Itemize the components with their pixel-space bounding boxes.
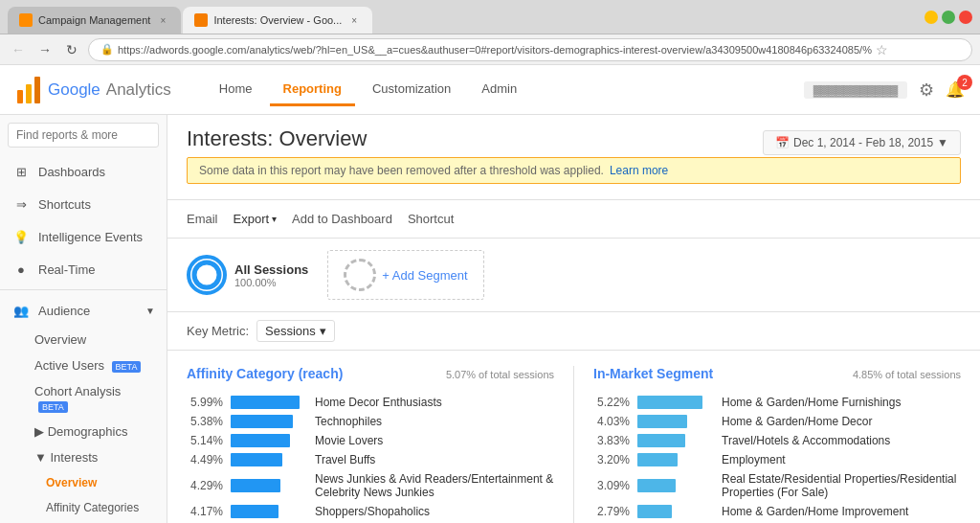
svg-rect-0 <box>17 90 23 103</box>
tab-label-campaign: Campaign Management <box>38 14 150 26</box>
minimize-button[interactable] <box>924 11 938 24</box>
settings-icon[interactable]: ⚙ <box>919 80 934 101</box>
svg-point-3 <box>194 262 219 287</box>
affinity-chart-row: 4.17% Shoppers/Shopaholics <box>187 505 554 518</box>
sidebar-label-intelligence: Intelligence Events <box>38 230 143 244</box>
tab-analytics[interactable]: Interests: Overview - Goo... × <box>183 7 372 34</box>
sidebar-item-affinity[interactable]: Affinity Categories <box>0 495 167 520</box>
affinity-bar <box>231 434 290 447</box>
realtime-icon: ● <box>11 260 31 279</box>
key-metric-bar: Key Metric: Sessions ▾ <box>167 312 980 351</box>
affinity-chart-row: 5.99% Home Decor Enthusiasts <box>187 396 554 409</box>
inmarket-bar <box>637 479 676 492</box>
in-market-chart-title: In-Market Segment <box>593 366 713 381</box>
affinity-chart-section: Affinity Category (reach) 5.07% of total… <box>187 366 554 523</box>
affinity-pct: 4.29% <box>187 479 223 492</box>
affinity-chart-rows: 5.99% Home Decor Enthusiasts 5.38% Techn… <box>187 396 554 523</box>
close-button[interactable] <box>959 11 972 24</box>
affinity-pct: 4.49% <box>187 453 223 466</box>
sidebar-item-overview[interactable]: Overview <box>0 327 167 352</box>
maximize-button[interactable] <box>942 11 955 24</box>
sidebar-item-dashboards[interactable]: ⊞ Dashboards <box>0 155 167 188</box>
audience-icon: 👥 <box>11 301 31 320</box>
in-market-chart-row: 5.22% Home & Garden/Home Furnishings <box>593 396 961 409</box>
sidebar-item-cohort[interactable]: Cohort Analysis BETA <box>0 378 167 419</box>
tab-close-campaign[interactable]: × <box>156 13 169 27</box>
bookmark-icon[interactable]: ☆ <box>876 42 888 57</box>
warning-learn-more[interactable]: Learn more <box>610 164 668 177</box>
inmarket-pct: 3.09% <box>593 479 630 492</box>
in-market-chart-rows: 5.22% Home & Garden/Home Furnishings 4.0… <box>593 396 961 523</box>
affinity-chart-title: Affinity Category (reach) <box>187 366 343 381</box>
back-button[interactable]: ← <box>8 39 29 60</box>
nav-customization[interactable]: Customization <box>359 74 464 106</box>
affinity-pct: 4.17% <box>187 505 223 518</box>
affinity-bar-container <box>231 396 307 409</box>
ssl-icon: 🔒 <box>100 43 114 56</box>
inmarket-pct: 4.03% <box>593 415 630 428</box>
key-metric-value: Sessions <box>265 324 316 338</box>
sidebar-item-active-users[interactable]: Active Users BETA <box>0 352 167 378</box>
notification-area[interactable]: 🔔 2 <box>946 80 965 99</box>
sidebar-item-shortcuts[interactable]: ⇒ Shortcuts <box>0 188 167 220</box>
browser-tabs: Campaign Management × Interests: Overvie… <box>8 0 372 34</box>
key-metric-select[interactable]: Sessions ▾ <box>256 320 335 342</box>
dashboards-icon: ⊞ <box>11 162 31 181</box>
sidebar-item-interests-overview[interactable]: Overview <box>0 470 167 495</box>
sidebar-label-demographics: ▶ <box>34 424 48 439</box>
affinity-bar-container <box>231 434 307 447</box>
key-metric-label: Key Metric: <box>187 324 249 338</box>
shortcut-button[interactable]: Shortcut <box>408 208 454 230</box>
ga-nav: Home Reporting Customization Admin <box>206 74 530 106</box>
nav-home[interactable]: Home <box>206 74 266 106</box>
affinity-pct: 5.38% <box>187 415 223 428</box>
inmarket-bar <box>637 396 702 409</box>
affinity-bar <box>231 505 278 518</box>
ga-logo-product: Analytics <box>106 80 171 100</box>
affinity-chart-row: 4.29% News Junkies & Avid Readers/Entert… <box>187 472 554 499</box>
inmarket-pct: 3.20% <box>593 453 630 466</box>
sidebar-item-audience[interactable]: 👥 Audience ▼ <box>0 294 167 327</box>
reload-button[interactable]: ↻ <box>61 39 82 60</box>
inmarket-label: Employment <box>722 453 961 466</box>
shortcuts-icon: ⇒ <box>11 194 31 214</box>
tab-close-analytics[interactable]: × <box>347 13 361 27</box>
inmarket-pct: 3.83% <box>593 434 630 447</box>
inmarket-bar-container <box>637 396 714 409</box>
affinity-label: News Junkies & Avid Readers/Entertainmen… <box>315 472 554 499</box>
inmarket-bar-container <box>637 479 714 492</box>
inmarket-bar-container <box>637 453 714 466</box>
account-label[interactable]: ▓▓▓▓▓▓▓▓▓▓▓ <box>804 81 907 99</box>
segment-info: All Sessions 100.00% <box>234 262 308 288</box>
forward-button[interactable]: → <box>34 39 56 60</box>
inmarket-pct: 5.22% <box>593 396 630 409</box>
segment-circle <box>187 255 227 295</box>
search-input[interactable] <box>8 123 159 148</box>
sidebar-label-interests-overview: Overview <box>46 476 97 489</box>
sidebar-divider-1 <box>0 289 167 290</box>
sidebar-item-demographics[interactable]: ▶ Demographics <box>0 419 167 444</box>
date-range-picker[interactable]: 📅 Dec 1, 2014 - Feb 18, 2015 ▼ <box>763 130 961 155</box>
affinity-chart-row: 5.38% Technophiles <box>187 415 554 428</box>
inmarket-bar-container <box>637 505 714 518</box>
sidebar-label-realtime: Real-Time <box>38 262 95 277</box>
add-segment-button[interactable]: + Add Segment <box>327 250 483 300</box>
tab-favicon-analytics <box>194 13 208 27</box>
affinity-bar-container <box>231 505 307 518</box>
affinity-bar <box>231 453 282 466</box>
export-dropdown[interactable]: Export ▾ <box>234 212 278 226</box>
sidebar-item-interests[interactable]: ▼ Interests <box>0 444 167 470</box>
sidebar-item-intelligence[interactable]: 💡 Intelligence Events <box>0 220 167 253</box>
segment-area: All Sessions 100.00% + Add Segment <box>167 239 980 312</box>
nav-reporting[interactable]: Reporting <box>270 74 355 106</box>
address-bar[interactable]: 🔒 https://adwords.google.com/analytics/w… <box>88 38 972 61</box>
segment-all-sessions: All Sessions 100.00% <box>187 255 308 295</box>
affinity-pct: 5.99% <box>187 396 223 409</box>
add-to-dashboard-button[interactable]: Add to Dashboard <box>292 208 392 230</box>
tab-campaign[interactable]: Campaign Management × <box>8 7 181 34</box>
nav-admin[interactable]: Admin <box>468 74 530 106</box>
export-arrow: ▾ <box>272 214 277 224</box>
email-button[interactable]: Email <box>187 208 218 230</box>
inmarket-bar <box>637 505 672 518</box>
sidebar-item-realtime[interactable]: ● Real-Time <box>0 253 167 285</box>
